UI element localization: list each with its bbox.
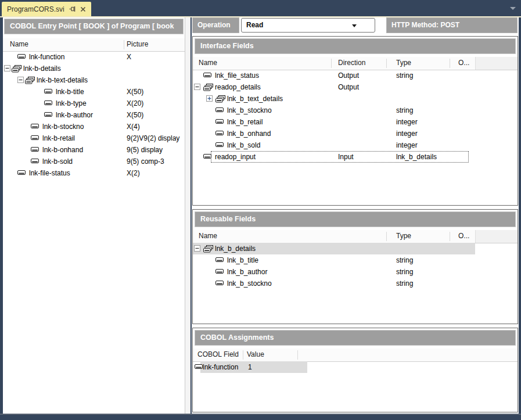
- interface-fields-panel: Interface Fields Name Direction Type O..…: [192, 36, 518, 206]
- field-icon: [203, 73, 211, 78]
- column-header-type[interactable]: Type: [396, 59, 411, 67]
- reusable-fields-grid: lnk_b_detailslnk_b_titlestringlnk_b_auth…: [193, 243, 518, 289]
- field-icon: [31, 135, 39, 141]
- tree-row[interactable]: lnk-b-sold9(5) comp-3: [3, 156, 185, 167]
- column-divider[interactable]: [386, 232, 387, 241]
- name-label: lnk_b_stockno: [227, 106, 272, 114]
- column-header-direction[interactable]: Direction: [338, 59, 365, 67]
- group-icon: [203, 84, 214, 91]
- picture-value: X(50): [127, 88, 143, 96]
- type-value: string: [396, 268, 413, 276]
- grid-header-endcap: [475, 230, 518, 243]
- reusable-field-row[interactable]: lnk_b_titlestring: [193, 254, 518, 266]
- name-label: lnk_b_author: [227, 268, 267, 276]
- field-icon: [17, 170, 26, 175]
- interface-grid-header: Name Direction Type O...: [193, 57, 518, 70]
- cobol-assignments-header: COBOL Assignments: [195, 330, 516, 346]
- tree-row[interactable]: lnk-b-typeX(20): [3, 98, 185, 109]
- field-icon: [44, 89, 52, 94]
- column-divider[interactable]: [124, 40, 124, 49]
- expander-minus-icon[interactable]: [4, 65, 10, 71]
- tree-row[interactable]: lnk-b-authorX(50): [3, 109, 185, 121]
- interface-field-row[interactable]: lnk_b_retailinteger: [193, 116, 518, 128]
- type-value: string: [396, 71, 413, 80]
- name-label: lnk_b_text_details: [227, 95, 283, 103]
- reusable-field-row[interactable]: lnk_b_details: [193, 243, 518, 254]
- document-tab[interactable]: ProgramCORS.svi: [2, 2, 91, 16]
- field-icon: [44, 112, 52, 117]
- cobol-assignment-row[interactable]: lnk-function1: [193, 361, 518, 373]
- tree-row[interactable]: lnk-b-retail9(2)V9(2) display: [3, 132, 185, 144]
- column-header-occurs[interactable]: O...: [458, 232, 469, 240]
- column-divider[interactable]: [450, 59, 450, 68]
- operation-select[interactable]: Read: [241, 18, 375, 33]
- reusable-field-row[interactable]: lnk_b_authorstring: [193, 266, 518, 278]
- type-value: string: [396, 106, 413, 114]
- tree-row[interactable]: lnk-functionX: [3, 51, 185, 63]
- direction-value: Output: [338, 71, 359, 80]
- name-label: lnk-file-status: [29, 169, 70, 177]
- column-header-picture[interactable]: Picture: [127, 40, 148, 48]
- name-label: lnk_b_onhand: [227, 130, 271, 138]
- name-label: lnk-b-details: [23, 64, 61, 73]
- expander-minus-icon[interactable]: [17, 77, 24, 83]
- close-icon[interactable]: [80, 6, 86, 12]
- type-value: string: [396, 256, 413, 264]
- column-divider[interactable]: [243, 350, 243, 360]
- field-icon: [203, 154, 211, 159]
- name-label: lnk_b_sold: [227, 141, 260, 149]
- column-header-name[interactable]: Name: [199, 232, 217, 240]
- tab-list-chevron-icon[interactable]: [510, 7, 516, 10]
- field-icon: [31, 147, 39, 152]
- interface-field-row[interactable]: lnk_b_soldinteger: [193, 139, 518, 151]
- tree-row[interactable]: lnk-b-stocknoX(4): [3, 121, 185, 132]
- interface-field-row[interactable]: lnk_b_onhandinteger: [193, 128, 518, 139]
- column-header-name[interactable]: Name: [199, 59, 217, 67]
- left-scrollbar-track[interactable]: [185, 17, 191, 414]
- interface-field-row[interactable]: readop_inputInputlnk_b_details: [193, 151, 518, 164]
- tree-row[interactable]: lnk-b-text-details: [3, 74, 185, 86]
- column-header-type[interactable]: Type: [396, 232, 411, 240]
- group-icon: [203, 245, 214, 253]
- interface-field-row[interactable]: lnk_b_stocknostring: [193, 105, 518, 116]
- column-divider[interactable]: [297, 350, 298, 360]
- column-header-name[interactable]: Name: [10, 40, 28, 48]
- column-divider[interactable]: [331, 59, 332, 68]
- interface-fields-grid: lnk_file_statusOutputstringreadop_detail…: [193, 70, 518, 164]
- group-icon: [25, 77, 35, 84]
- expander-plus-icon[interactable]: [206, 95, 213, 102]
- name-label: lnk_b_stockno: [227, 279, 272, 288]
- cobol-entry-point-panel: COBOL Entry Point [ BOOK ] of Program [ …: [3, 17, 185, 414]
- expander-minus-icon[interactable]: [194, 245, 200, 252]
- tree-row[interactable]: lnk-b-details: [3, 63, 185, 74]
- type-value: integer: [396, 130, 418, 138]
- interface-field-row[interactable]: readop_detailsOutput: [193, 81, 518, 93]
- reusable-field-row[interactable]: lnk_b_stocknostring: [193, 278, 518, 289]
- field-icon: [215, 269, 224, 274]
- picture-value: 9(2)V9(2) display: [127, 134, 179, 142]
- type-value: integer: [396, 118, 418, 126]
- bottom-edge: [0, 414, 521, 415]
- picture-value: X(20): [127, 99, 143, 107]
- tree-row[interactable]: lnk-file-statusX(2): [3, 167, 185, 179]
- column-divider[interactable]: [450, 232, 450, 241]
- column-header-value[interactable]: Value: [247, 350, 264, 358]
- interface-field-row[interactable]: lnk_b_text_details: [193, 93, 518, 105]
- expander-minus-icon[interactable]: [194, 84, 200, 90]
- tab-title: ProgramCORS.svi: [7, 5, 64, 13]
- column-header-occurs[interactable]: O...: [458, 59, 469, 67]
- reusable-fields-header: Reusable Fields: [195, 211, 516, 227]
- tree-row[interactable]: lnk-b-titleX(50): [3, 86, 185, 98]
- field-icon: [17, 54, 26, 59]
- picture-value: X(50): [127, 111, 143, 119]
- column-divider[interactable]: [386, 59, 387, 68]
- name-label: lnk_b_retail: [227, 118, 263, 126]
- pin-icon[interactable]: [69, 6, 76, 12]
- interface-field-row[interactable]: lnk_file_statusOutputstring: [193, 70, 518, 81]
- name-label: lnk-b-retail: [42, 134, 75, 142]
- field-icon: [44, 100, 52, 106]
- field-icon: [215, 107, 224, 113]
- column-header-cobol-field[interactable]: COBOL Field: [197, 350, 239, 358]
- tree-row[interactable]: lnk-b-onhand9(5) display: [3, 144, 185, 156]
- http-method-label: HTTP Method: POST: [386, 17, 518, 33]
